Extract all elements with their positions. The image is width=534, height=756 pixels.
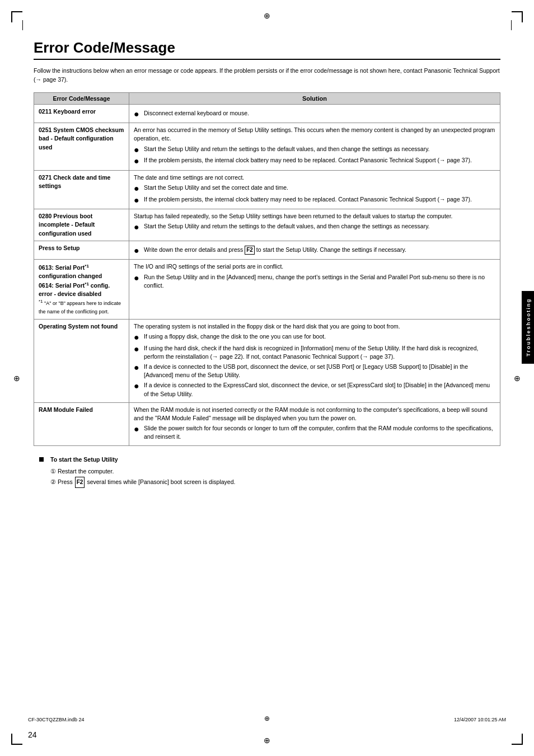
table-row-solution-0: ●Disconnect external keyboard or mouse. [129,104,500,123]
step-list: ① Restart the computer.② Press F2 severa… [50,466,500,488]
table-row-code-3: 0280 Previous boot incomplete - Default … [34,209,129,241]
bullet-item: ●Start the Setup Utility and set the cor… [134,184,495,194]
table-row-solution-2: The date and time settings are not corre… [129,170,500,209]
bullet-item: ●If the problem persists, the internal c… [134,156,495,166]
corner-mark-tl [11,11,22,22]
table-row-code-6: Operating System not found [34,319,129,402]
bullet-item: ●Start the Setup Utility and return the … [134,145,495,155]
bullet-text: Disconnect external keyboard or mouse. [144,109,495,118]
table-header-code: Error Code/Message [34,92,129,104]
reg-mark-right: ⊕ [514,374,521,383]
bullet-symbol: ● [134,273,142,283]
bullet-text: Run the Setup Utility and in the [Advanc… [144,273,495,290]
bullet-symbol: ● [134,222,142,232]
bullet-symbol: ● [134,381,142,391]
table-row-code-4: Press to Setup [34,241,129,260]
bullet-text: If using a floppy disk, change the disk … [144,332,495,341]
intro-text: Follow the instructions below when an er… [34,67,500,84]
table-row-code-1: 0251 System CMOS checksum bad - Default … [34,123,129,171]
table-header-solution: Solution [129,92,500,104]
table-row-solution-3: Startup has failed repeatedly, so the Se… [129,209,500,241]
step-item: ② Press F2 several times while [Panasoni… [50,477,500,488]
bullet-item: ●If a device is connected to the USB por… [134,363,495,379]
corner-mark-tr [512,11,523,22]
bottom-section: To start the Setup Utility ① Restart the… [39,456,500,488]
error-table: Error Code/Message Solution 0211 Keyboar… [34,92,500,446]
bullet-item: ●If a device is connected to the Express… [134,381,495,398]
step-item: ① Restart the computer. [50,466,500,477]
bullet-text: If a device is connected to the USB port… [144,363,495,379]
table-row-code-2: 0271 Check date and time settings [34,170,129,209]
bullet-symbol: ● [134,195,142,205]
table-row-solution-1: An error has occurred in the memory of S… [129,123,500,171]
bullet-text: Start the Setup Utility and return the s… [144,145,495,153]
bullet-symbol: ● [134,332,142,342]
side-line-tl [22,20,23,30]
reg-mark-left: ⊕ [13,374,20,383]
footer-center: ⊕ [264,715,270,722]
bullet-item: ●If using a floppy disk, change the disk… [134,332,495,342]
bullet-text: If a device is connected to the ExpressC… [144,381,495,398]
bullet-text: Write down the error details and press F… [144,246,495,255]
bullet-text: Start the Setup Utility and return the s… [144,222,495,231]
bullet-item: ●Write down the error details and press … [134,246,495,256]
bullet-text: If using the hard disk, check if the har… [144,344,495,361]
table-row-code-0: 0211 Keyboard error [34,104,129,123]
table-row-solution-5: The I/O and IRQ settings of the serial p… [129,260,500,319]
table-row-solution-4: ●Write down the error details and press … [129,241,500,260]
troubleshooting-tab: Troubleshooting [522,291,534,364]
table-row-code-5: 0613: Serial Port*1 configuration change… [34,260,129,319]
page-footer: 24 CF-30CTQZZBM.indb 24 ⊕ 12/4/2007 10:0… [0,730,534,739]
bullet-symbol: ● [134,424,142,434]
bullet-item: ●If the problem persists, the internal c… [134,195,495,205]
side-line-tr [511,20,512,30]
table-row-solution-7: When the RAM module is not inserted corr… [129,402,500,445]
bullet-item: ●Disconnect external keyboard or mouse. [134,109,495,119]
bullet-symbol: ● [134,363,142,373]
bullet-item: ●Start the Setup Utility and return the … [134,222,495,232]
bullet-symbol: ● [134,184,142,194]
footer-left: CF-30CTQZZBM.indb 24 [28,717,85,722]
bullet-item: ●If using the hard disk, check if the ha… [134,344,495,361]
bullet-symbol: ● [134,156,142,166]
bullet-item: ●Slide the power switch for four seconds… [134,424,495,441]
bottom-section-title: To start the Setup Utility [39,456,500,463]
bullet-symbol: ● [134,145,142,155]
bullet-symbol: ● [134,246,142,256]
table-row-code-7: RAM Module Failed [34,402,129,445]
table-row-solution-6: The operating system is not installed in… [129,319,500,402]
page-number: 24 [28,730,37,739]
bullet-text: Start the Setup Utility and set the corr… [144,184,495,192]
reg-mark-top: ⊕ [264,11,270,20]
bullet-symbol: ● [134,344,142,354]
bullet-symbol: ● [134,109,142,119]
bullet-text: If the problem persists, the internal cl… [144,195,495,204]
bullet-item: ●Run the Setup Utility and in the [Advan… [134,273,495,290]
bullet-text: If the problem persists, the internal cl… [144,156,495,165]
square-bullet [39,457,44,462]
footer-right: 12/4/2007 10:01:25 AM [454,717,506,722]
page-title: Error Code/Message [34,39,500,60]
bullet-text: Slide the power switch for four seconds … [144,424,495,441]
